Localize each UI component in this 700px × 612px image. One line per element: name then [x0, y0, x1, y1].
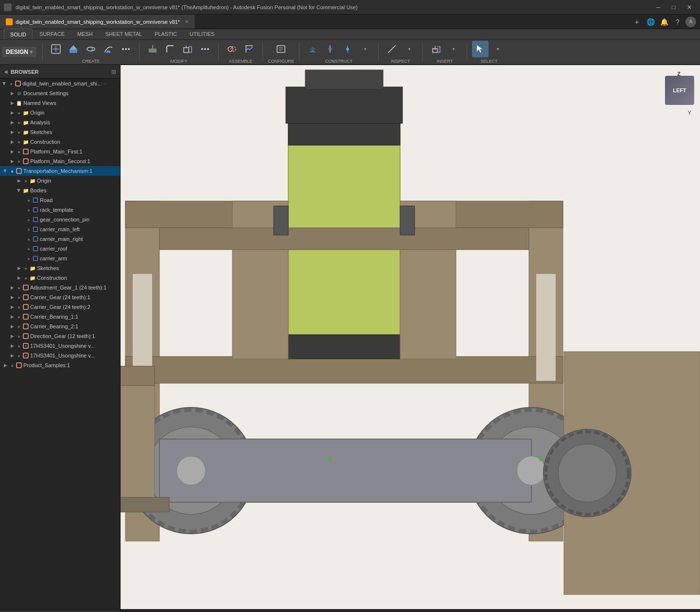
s1-eye[interactable]: ● — [16, 343, 22, 349]
more-modify-btn[interactable] — [197, 41, 213, 57]
minimize-button[interactable]: ─ — [651, 2, 665, 12]
tab-sheet-metal[interactable]: SHEET METAL — [100, 29, 148, 39]
close-button[interactable]: ✕ — [682, 2, 696, 12]
cg2-eye[interactable]: ● — [16, 305, 22, 310]
tree-product-samples[interactable]: ▶ ● Product_Samples:1 — [0, 360, 120, 370]
tm-sketches-eye[interactable]: ● — [22, 266, 29, 271]
measure-btn[interactable] — [384, 41, 400, 57]
offset-plane-btn[interactable] — [304, 41, 321, 57]
design-dropdown[interactable]: DESIGN ▾ — [2, 47, 36, 57]
tm-construction-arrow[interactable]: ▶ — [16, 275, 22, 280]
tm-arrow[interactable]: ▶ — [3, 168, 8, 174]
fillet-btn[interactable] — [162, 41, 178, 57]
tree-stepper-1[interactable]: ▶ ● 17HS3401_Usongshine v... — [0, 341, 120, 351]
select-btn[interactable] — [472, 41, 489, 57]
analysis-eye[interactable]: ● — [16, 120, 22, 125]
tree-doc-settings[interactable]: ▶ ⚙ Document Settings — [0, 88, 120, 98]
origin-eye[interactable]: ● — [16, 110, 22, 116]
named-views-arrow[interactable]: ▶ — [9, 101, 16, 105]
tab-utilities[interactable]: UTILITIES — [184, 29, 220, 39]
cb1-arrow[interactable]: ▶ — [9, 314, 16, 319]
dg-eye[interactable]: ● — [16, 334, 22, 339]
insert-btn[interactable] — [428, 41, 444, 57]
tree-carrier-gear-2[interactable]: ▶ ● Carrier_Gear (24 teeth):2 — [0, 302, 120, 312]
new-component-btn[interactable] — [48, 41, 64, 57]
sketches-arrow[interactable]: ▶ — [9, 130, 16, 135]
ag-arrow[interactable]: ▶ — [9, 285, 16, 290]
tm-eye[interactable]: ● — [9, 169, 16, 174]
tree-adjustment-gear[interactable]: ▶ ● Adjustment_Gear_1 (24 teeth):1 — [0, 283, 120, 292]
tree-tm-bodies[interactable]: ▶ 📁 Bodies — [0, 186, 120, 195]
sweep-btn[interactable] — [100, 41, 117, 57]
pmf-eye[interactable]: ● — [16, 149, 22, 154]
tree-body-road[interactable]: ● Road — [0, 195, 120, 205]
origin-arrow[interactable]: ▶ — [9, 110, 16, 115]
view-cube[interactable]: LEFT — [665, 76, 694, 105]
s2-eye[interactable]: ● — [16, 353, 22, 358]
viewport[interactable]: Z LEFT Y — [121, 65, 700, 609]
tree-carrier-gear-1[interactable]: ▶ ● Carrier_Gear (24 teeth):1 — [0, 292, 120, 302]
cb2-arrow[interactable]: ▶ — [9, 324, 16, 329]
tree-sketches[interactable]: ▶ ● 📁 Sketches — [0, 127, 120, 137]
ag-eye[interactable]: ● — [16, 285, 22, 290]
tree-analysis[interactable]: ▶ ● 📁 Analysis — [0, 118, 120, 127]
tree-stepper-2[interactable]: ▶ ● 17HS3401_Usongshine v... — [0, 351, 120, 360]
tm-origin-arrow[interactable]: ▶ — [16, 178, 22, 183]
gear-pin-eye[interactable]: ● — [25, 217, 32, 222]
active-tab[interactable]: digital_twin_enabled_smart_shipping_work… — [0, 15, 195, 29]
tree-tm-construction[interactable]: ▶ ● 📁 Construction — [0, 273, 120, 283]
more-create-btn[interactable] — [118, 41, 134, 57]
insert-dropdown-btn[interactable]: ▾ — [445, 41, 462, 57]
analysis-arrow[interactable]: ▶ — [9, 120, 16, 125]
cmr-eye[interactable]: ● — [25, 237, 32, 242]
cb1-eye[interactable]: ● — [16, 314, 22, 320]
avatar-button[interactable]: A — [685, 17, 696, 27]
browser-tree[interactable]: ▶ ● digital_twin_enabled_smart_shi... ⋯ … — [0, 79, 120, 609]
tree-body-carrier-arm[interactable]: ● carrier_arm — [0, 254, 120, 263]
tree-root[interactable]: ▶ ● digital_twin_enabled_smart_shi... ⋯ — [0, 79, 120, 88]
globe-icon-button[interactable]: 🌐 — [645, 16, 656, 28]
browser-expand-icon[interactable]: ⊞ — [111, 68, 116, 75]
construction-root-eye[interactable]: ● — [16, 139, 22, 145]
tree-body-carrier-roof[interactable]: ● carrier_roof — [0, 244, 120, 254]
revolve-btn[interactable] — [83, 41, 99, 57]
tm-bodies-arrow[interactable]: ▶ — [17, 187, 21, 194]
ps-arrow[interactable]: ▶ — [2, 363, 9, 368]
select-dropdown-btn[interactable]: ▾ — [490, 41, 506, 57]
tree-body-carrier-main-right[interactable]: ● carrier_main_right — [0, 234, 120, 244]
tree-body-rack-template[interactable]: ● rack_template — [0, 205, 120, 215]
road-eye[interactable]: ● — [25, 198, 32, 203]
cr-eye[interactable]: ● — [25, 246, 32, 252]
tree-platform-main-first[interactable]: ▶ ● Platform_Main_First:1 — [0, 147, 120, 156]
inspect-dropdown-btn[interactable]: ▾ — [401, 41, 418, 57]
root-arrow[interactable]: ▶ — [2, 80, 7, 87]
tree-transportation-mechanism[interactable]: ▶ ● Transportation_Mechanism:1 — [0, 166, 120, 176]
cg2-arrow[interactable]: ▶ — [9, 305, 16, 309]
tab-mesh[interactable]: MESH — [71, 29, 99, 39]
tab-close-button[interactable]: ✕ — [185, 19, 189, 24]
browser-collapse-btn[interactable]: ◀ — [4, 69, 8, 74]
doc-settings-arrow[interactable]: ▶ — [9, 91, 16, 96]
tree-tm-origin[interactable]: ▶ ● 📁 Origin — [0, 176, 120, 186]
tm-sketches-arrow[interactable]: ▶ — [16, 266, 22, 271]
tree-carrier-bearing-2[interactable]: ▶ ● Carrier_Bearing_2:1 — [0, 322, 120, 331]
dg-arrow[interactable]: ▶ — [9, 334, 16, 339]
motion-study-btn[interactable] — [241, 41, 258, 57]
press-pull-btn[interactable] — [144, 41, 161, 57]
cml-eye[interactable]: ● — [25, 227, 32, 232]
tree-carrier-bearing-1[interactable]: ▶ ● Carrier_Bearing_1:1 — [0, 312, 120, 322]
move-copy-btn[interactable] — [179, 41, 196, 57]
s2-arrow[interactable]: ▶ — [9, 353, 16, 358]
cb2-eye[interactable]: ● — [16, 324, 22, 329]
sketches-eye[interactable]: ● — [16, 130, 22, 135]
cg1-arrow[interactable]: ▶ — [9, 295, 16, 300]
pms-arrow[interactable]: ▶ — [9, 159, 16, 164]
construction-root-arrow[interactable]: ▶ — [9, 139, 16, 144]
ca-eye[interactable]: ● — [25, 256, 32, 261]
rack-eye[interactable]: ● — [25, 207, 32, 213]
extrude-btn[interactable] — [65, 41, 82, 57]
bell-icon-button[interactable]: 🔔 — [658, 16, 670, 28]
configure-btn[interactable] — [273, 41, 289, 57]
tree-tm-sketches[interactable]: ▶ ● 📁 Sketches — [0, 263, 120, 273]
cg1-eye[interactable]: ● — [16, 295, 22, 300]
